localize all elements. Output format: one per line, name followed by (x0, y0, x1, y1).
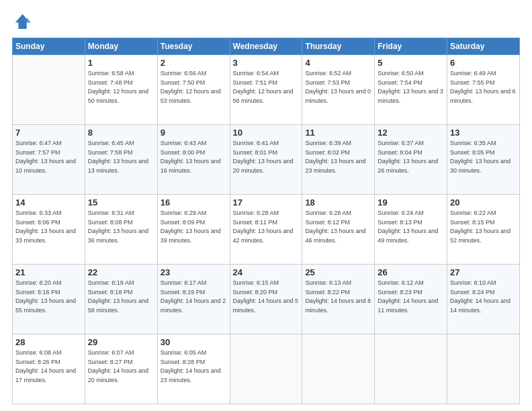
day-number: 29 (88, 337, 154, 347)
calendar-cell: 25 Sunrise: 6:13 AM Sunset: 8:22 PM Dayl… (302, 265, 375, 334)
day-detail: Sunrise: 6:33 AM Sunset: 8:06 PM Dayligh… (15, 209, 82, 245)
calendar-cell: 2 Sunrise: 6:56 AM Sunset: 7:50 PM Dayli… (157, 55, 230, 125)
calendar-cell: 10 Sunrise: 6:41 AM Sunset: 8:01 PM Dayl… (230, 125, 302, 195)
day-number: 27 (450, 267, 517, 277)
day-detail: Sunrise: 6:39 AM Sunset: 8:02 PM Dayligh… (305, 139, 371, 175)
calendar-cell: 23 Sunrise: 6:17 AM Sunset: 8:19 PM Dayl… (157, 265, 230, 334)
day-number: 10 (233, 128, 300, 138)
day-detail: Sunrise: 6:31 AM Sunset: 8:08 PM Dayligh… (88, 209, 154, 245)
day-number: 12 (378, 128, 444, 138)
day-number: 18 (305, 197, 371, 208)
day-number: 22 (88, 267, 154, 277)
day-detail: Sunrise: 6:52 AM Sunset: 7:53 PM Dayligh… (305, 69, 371, 105)
calendar-cell: 19 Sunrise: 6:24 AM Sunset: 8:13 PM Dayl… (375, 195, 447, 265)
svg-marker-1 (27, 17, 31, 23)
header (12, 12, 520, 31)
calendar-cell: 11 Sunrise: 6:39 AM Sunset: 8:02 PM Dayl… (302, 125, 375, 195)
weekday-header-sunday: Sunday (13, 38, 85, 55)
calendar-cell: 27 Sunrise: 6:10 AM Sunset: 8:24 PM Dayl… (447, 265, 520, 334)
day-detail: Sunrise: 6:26 AM Sunset: 8:12 PM Dayligh… (305, 209, 371, 245)
day-detail: Sunrise: 6:35 AM Sunset: 8:05 PM Dayligh… (450, 139, 517, 175)
day-detail: Sunrise: 6:37 AM Sunset: 8:04 PM Dayligh… (378, 139, 444, 175)
day-number: 5 (378, 58, 444, 68)
weekday-header-thursday: Thursday (302, 38, 375, 55)
calendar-cell: 22 Sunrise: 6:19 AM Sunset: 8:18 PM Dayl… (85, 265, 157, 334)
day-number: 8 (88, 128, 154, 138)
calendar-week-2: 7 Sunrise: 6:47 AM Sunset: 7:57 PM Dayli… (13, 125, 520, 195)
day-number: 23 (161, 267, 227, 277)
day-number: 2 (161, 58, 227, 68)
day-number: 15 (88, 197, 154, 208)
calendar: SundayMondayTuesdayWednesdayThursdayFrid… (12, 38, 520, 404)
calendar-week-5: 28 Sunrise: 6:08 AM Sunset: 8:26 PM Dayl… (13, 334, 520, 404)
day-detail: Sunrise: 6:07 AM Sunset: 8:27 PM Dayligh… (88, 349, 154, 385)
calendar-cell: 28 Sunrise: 6:08 AM Sunset: 8:26 PM Dayl… (13, 334, 85, 404)
weekday-header-friday: Friday (375, 38, 447, 55)
day-detail: Sunrise: 6:45 AM Sunset: 7:58 PM Dayligh… (88, 139, 154, 175)
day-number: 1 (88, 58, 154, 68)
calendar-cell (302, 334, 375, 404)
day-detail: Sunrise: 6:10 AM Sunset: 8:24 PM Dayligh… (450, 279, 517, 315)
calendar-cell: 5 Sunrise: 6:50 AM Sunset: 7:54 PM Dayli… (375, 55, 447, 125)
day-detail: Sunrise: 6:20 AM Sunset: 8:16 PM Dayligh… (15, 279, 82, 315)
calendar-cell: 4 Sunrise: 6:52 AM Sunset: 7:53 PM Dayli… (302, 55, 375, 125)
day-detail: Sunrise: 6:15 AM Sunset: 8:20 PM Dayligh… (233, 279, 300, 315)
day-number: 11 (305, 128, 371, 138)
calendar-week-1: 1 Sunrise: 6:58 AM Sunset: 7:48 PM Dayli… (13, 55, 520, 125)
day-detail: Sunrise: 6:28 AM Sunset: 8:11 PM Dayligh… (233, 209, 300, 245)
day-number: 21 (15, 267, 82, 277)
day-number: 24 (233, 267, 300, 277)
calendar-cell: 20 Sunrise: 6:22 AM Sunset: 8:15 PM Dayl… (447, 195, 520, 265)
day-detail: Sunrise: 6:54 AM Sunset: 7:51 PM Dayligh… (233, 69, 300, 105)
weekday-header-monday: Monday (85, 38, 157, 55)
calendar-cell: 17 Sunrise: 6:28 AM Sunset: 8:11 PM Dayl… (230, 195, 302, 265)
calendar-cell: 1 Sunrise: 6:58 AM Sunset: 7:48 PM Dayli… (85, 55, 157, 125)
day-number: 7 (15, 128, 82, 138)
day-detail: Sunrise: 6:50 AM Sunset: 7:54 PM Dayligh… (378, 69, 444, 105)
calendar-cell: 30 Sunrise: 6:05 AM Sunset: 8:28 PM Dayl… (157, 334, 230, 404)
calendar-cell: 29 Sunrise: 6:07 AM Sunset: 8:27 PM Dayl… (85, 334, 157, 404)
page: SundayMondayTuesdayWednesdayThursdayFrid… (0, 0, 532, 411)
calendar-cell: 14 Sunrise: 6:33 AM Sunset: 8:06 PM Dayl… (13, 195, 85, 265)
calendar-week-4: 21 Sunrise: 6:20 AM Sunset: 8:16 PM Dayl… (13, 265, 520, 334)
day-number: 14 (15, 197, 82, 208)
calendar-cell: 9 Sunrise: 6:43 AM Sunset: 8:00 PM Dayli… (157, 125, 230, 195)
weekday-header-wednesday: Wednesday (230, 38, 302, 55)
day-number: 30 (161, 337, 227, 347)
day-detail: Sunrise: 6:41 AM Sunset: 8:01 PM Dayligh… (233, 139, 300, 175)
day-number: 13 (450, 128, 517, 138)
day-number: 9 (161, 128, 227, 138)
calendar-cell (13, 55, 85, 125)
calendar-cell: 6 Sunrise: 6:49 AM Sunset: 7:55 PM Dayli… (447, 55, 520, 125)
day-detail: Sunrise: 6:22 AM Sunset: 8:15 PM Dayligh… (450, 209, 517, 245)
day-detail: Sunrise: 6:29 AM Sunset: 8:09 PM Dayligh… (161, 209, 227, 245)
day-number: 28 (15, 337, 82, 347)
day-detail: Sunrise: 6:12 AM Sunset: 8:23 PM Dayligh… (378, 279, 444, 315)
day-number: 20 (450, 197, 517, 208)
day-detail: Sunrise: 6:58 AM Sunset: 7:48 PM Dayligh… (88, 69, 154, 105)
day-number: 25 (305, 267, 371, 277)
day-detail: Sunrise: 6:08 AM Sunset: 8:26 PM Dayligh… (15, 349, 82, 385)
day-number: 17 (233, 197, 300, 208)
day-detail: Sunrise: 6:49 AM Sunset: 7:55 PM Dayligh… (450, 69, 517, 105)
calendar-header-row: SundayMondayTuesdayWednesdayThursdayFrid… (13, 38, 520, 55)
logo-icon (12, 12, 31, 31)
calendar-cell: 15 Sunrise: 6:31 AM Sunset: 8:08 PM Dayl… (85, 195, 157, 265)
day-detail: Sunrise: 6:56 AM Sunset: 7:50 PM Dayligh… (161, 69, 227, 105)
calendar-cell (230, 334, 302, 404)
weekday-header-saturday: Saturday (447, 38, 520, 55)
calendar-cell (375, 334, 447, 404)
calendar-cell: 13 Sunrise: 6:35 AM Sunset: 8:05 PM Dayl… (447, 125, 520, 195)
calendar-cell: 21 Sunrise: 6:20 AM Sunset: 8:16 PM Dayl… (13, 265, 85, 334)
calendar-cell (447, 334, 520, 404)
calendar-week-3: 14 Sunrise: 6:33 AM Sunset: 8:06 PM Dayl… (13, 195, 520, 265)
logo (12, 12, 34, 31)
day-number: 19 (378, 197, 444, 208)
day-number: 3 (233, 58, 300, 68)
weekday-header-tuesday: Tuesday (157, 38, 230, 55)
day-detail: Sunrise: 6:43 AM Sunset: 8:00 PM Dayligh… (161, 139, 227, 175)
calendar-cell: 24 Sunrise: 6:15 AM Sunset: 8:20 PM Dayl… (230, 265, 302, 334)
calendar-cell: 16 Sunrise: 6:29 AM Sunset: 8:09 PM Dayl… (157, 195, 230, 265)
calendar-cell: 26 Sunrise: 6:12 AM Sunset: 8:23 PM Dayl… (375, 265, 447, 334)
day-number: 6 (450, 58, 517, 68)
